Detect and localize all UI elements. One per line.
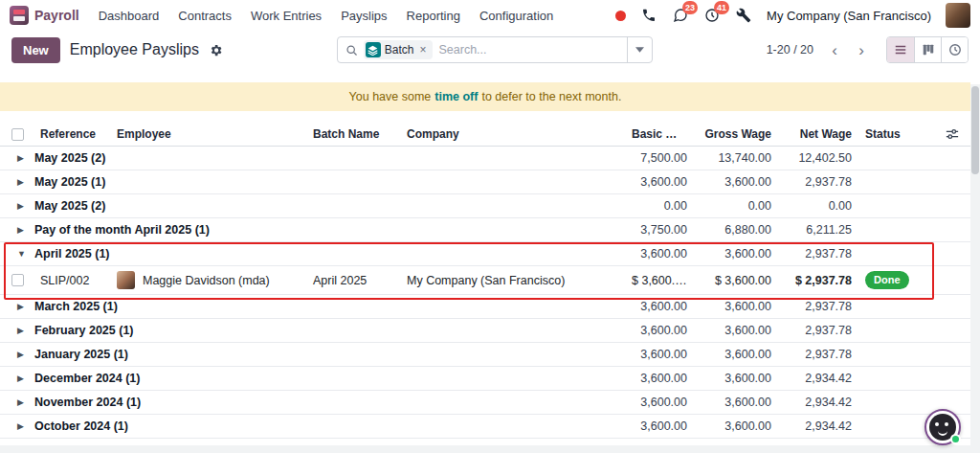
facet-remove-icon[interactable]: × <box>417 44 428 56</box>
group-gross-wage: 3,600.00 <box>695 372 779 385</box>
caret-right-icon[interactable]: ▶ <box>17 374 27 383</box>
group-label-cell: ▶Pay of the month April 2025 (1) <box>0 223 626 237</box>
group-row-december-2024-8[interactable]: ▶December 2024 (1)3,600.003,600.002,934.… <box>0 367 970 391</box>
group-row-february-2025-6[interactable]: ▶February 2025 (1)3,600.003,600.002,937.… <box>0 319 970 343</box>
group-label: April 2025 (1) <box>34 247 110 260</box>
search-facet-label: Batch <box>385 43 414 57</box>
nav-item-contracts[interactable]: Contracts <box>178 9 232 23</box>
caret-right-icon[interactable]: ▶ <box>17 177 27 187</box>
group-basic-wage: 3,600.00 <box>626 324 695 337</box>
phone-icon[interactable] <box>640 7 657 24</box>
group-label-cell: ▶May 2025 (1) <box>0 175 626 189</box>
company-menu[interactable]: My Company (San Francisco) <box>767 9 931 23</box>
search-facet-batch[interactable]: Batch × <box>364 40 434 59</box>
group-label-cell: ▶May 2025 (2) <box>0 151 626 165</box>
column-header-reference[interactable]: Reference <box>34 127 111 141</box>
group-gross-wage: 13,740.00 <box>695 151 779 165</box>
caret-right-icon[interactable]: ▶ <box>17 225 27 235</box>
column-header-company[interactable]: Company <box>401 127 626 141</box>
column-settings-icon[interactable] <box>946 127 959 141</box>
group-row-april-2025-4[interactable]: ▼April 2025 (1)3,600.003,600.002,937.78 <box>0 242 970 266</box>
column-header-employee[interactable]: Employee <box>111 127 307 141</box>
group-basic-wage: 7,500.00 <box>626 151 695 165</box>
search-icon <box>345 44 358 57</box>
group-row-november-2024-9[interactable]: ▶November 2024 (1)3,600.003,600.002,934.… <box>0 391 970 415</box>
group-row-january-2025-7[interactable]: ▶January 2025 (1)3,600.003,600.002,937.7… <box>0 343 970 367</box>
search-dropdown-toggle[interactable] <box>627 37 652 62</box>
payslip-row[interactable]: SLIP/002Maggie Davidson (mda)April 2025M… <box>0 266 970 295</box>
caret-right-icon[interactable]: ▶ <box>17 397 27 407</box>
caret-right-icon[interactable]: ▶ <box>17 302 27 311</box>
basic-wage: $ 3,600.00 <box>626 274 695 287</box>
group-basic-wage: 3,600.00 <box>626 396 695 409</box>
group-row-pay-of-the-month-april-2025-3[interactable]: ▶Pay of the month April 2025 (1)3,750.00… <box>0 218 970 242</box>
activities-badge: 41 <box>714 1 729 14</box>
recording-indicator-icon <box>615 11 626 21</box>
control-panel-left: New Employee Payslips <box>11 37 223 63</box>
caret-right-icon[interactable]: ▶ <box>17 326 27 335</box>
group-label-cell: ▶March 2025 (1) <box>0 300 626 313</box>
app-name[interactable]: Payroll <box>34 8 79 23</box>
group-row-may-2025-0[interactable]: ▶May 2025 (2)7,500.0013,740.0012,402.50 <box>0 147 970 170</box>
group-row-may-2025-1[interactable]: ▶May 2025 (1)3,600.003,600.002,937.78 <box>0 170 970 194</box>
caret-right-icon[interactable]: ▶ <box>17 153 27 163</box>
vertical-scrollbar-thumb[interactable] <box>971 86 979 174</box>
messages-badge: 23 <box>682 1 698 14</box>
caret-right-icon[interactable]: ▶ <box>17 421 27 431</box>
employee-cell: Maggie Davidson (mda) <box>111 271 307 289</box>
nav-item-payslips[interactable]: Payslips <box>341 9 387 23</box>
column-header-status[interactable]: Status <box>859 127 928 141</box>
search-input[interactable] <box>438 43 626 57</box>
vertical-scrollbar[interactable] <box>970 84 980 445</box>
group-label: February 2025 (1) <box>34 324 134 337</box>
group-net-wage: 12,402.50 <box>779 151 859 165</box>
nav-item-configuration[interactable]: Configuration <box>479 9 553 23</box>
pager-value[interactable]: 1-20 / 20 <box>767 43 813 57</box>
column-header-net-wage[interactable]: Net Wage <box>779 127 859 141</box>
caret-right-icon[interactable]: ▶ <box>17 201 27 211</box>
new-button[interactable]: New <box>11 37 60 63</box>
group-label-cell: ▶January 2025 (1) <box>0 348 626 361</box>
kanban-view-button[interactable] <box>914 37 941 62</box>
group-row-may-2025-2[interactable]: ▶May 2025 (2)0.000.000.00 <box>0 194 970 218</box>
messages-icon[interactable]: 23 <box>672 7 689 24</box>
pager-previous-button[interactable]: ‹ <box>823 38 846 61</box>
pager-next-button[interactable]: › <box>850 38 873 61</box>
nav-item-work-entries[interactable]: Work Entries <box>251 9 322 23</box>
optional-columns-cell <box>928 127 970 141</box>
group-gross-wage: 3,600.00 <box>695 348 779 361</box>
column-header-gross-wage[interactable]: Gross Wage <box>695 127 779 141</box>
nav-item-dashboard[interactable]: Dashboard <box>99 9 160 23</box>
caret-right-icon[interactable]: ▶ <box>17 350 27 359</box>
group-row-october-2024-10[interactable]: ▶October 2024 (1)3,600.003,600.002,934.4… <box>0 415 970 439</box>
column-header-basic-wage[interactable]: Basic Wage <box>626 127 695 141</box>
tools-wrench-icon[interactable] <box>735 7 752 24</box>
activities-clock-icon[interactable]: 41 <box>703 7 721 24</box>
group-net-wage: 0.00 <box>779 199 859 213</box>
page-title: Employee Payslips <box>70 41 199 58</box>
time-off-link[interactable]: time off <box>434 90 478 103</box>
group-gross-wage: 0.00 <box>695 199 779 213</box>
group-gross-wage: 3,600.00 <box>695 300 779 313</box>
column-header-batch-name[interactable]: Batch Name <box>307 127 401 141</box>
row-checkbox[interactable] <box>11 274 24 286</box>
nav-item-reporting[interactable]: Reporting <box>407 9 460 23</box>
livechat-button[interactable] <box>924 409 961 445</box>
caret-down-icon[interactable]: ▼ <box>17 249 27 259</box>
select-all-checkbox[interactable] <box>11 128 24 141</box>
user-avatar[interactable] <box>946 3 970 28</box>
activity-view-button[interactable] <box>941 37 968 62</box>
group-gross-wage: 3,600.00 <box>695 324 779 337</box>
view-switcher <box>886 36 969 63</box>
horizontal-scrollbar[interactable] <box>0 445 980 453</box>
group-label: May 2025 (1) <box>34 175 105 189</box>
search-bar[interactable]: Batch × <box>337 36 653 63</box>
group-row-march-2025-5[interactable]: ▶March 2025 (1)3,600.003,600.002,937.78 <box>0 295 970 319</box>
online-status-dot <box>950 434 961 444</box>
payslips-table: ReferenceEmployeeBatch NameCompanyBasic … <box>0 123 970 439</box>
gear-icon[interactable] <box>209 43 223 57</box>
payroll-app-icon[interactable] <box>10 6 29 25</box>
gross-wage: $ 3,600.00 <box>695 274 779 287</box>
control-panel: New Employee Payslips Batch × <box>0 31 980 69</box>
list-view-button[interactable] <box>887 37 914 62</box>
